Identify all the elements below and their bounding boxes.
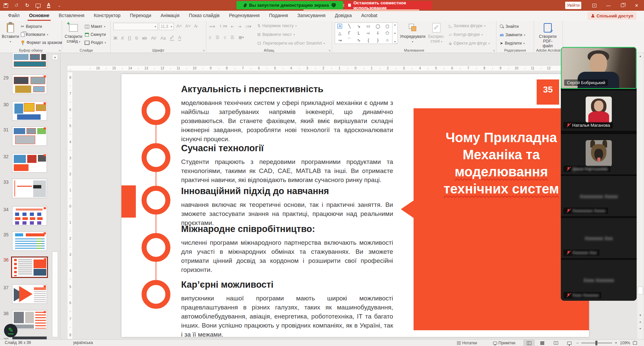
- arrange-button[interactable]: Упорядкувати▾: [400, 22, 425, 44]
- font-grow-shrink[interactable]: A˄A˅A̷: [176, 23, 197, 28]
- comments-button[interactable]: Примітки: [493, 340, 515, 346]
- slide-thumbnail[interactable]: [12, 53, 47, 68]
- thumbnail-scrollbar-thumb[interactable]: [52, 251, 58, 337]
- main-scrollbar[interactable]: ▲ ▼ ⏶ ⏷: [637, 53, 643, 339]
- section-body[interactable]: навчання включає як теоретичні основи, т…: [181, 200, 393, 227]
- ribbon-tab[interactable]: Вставлення: [54, 11, 89, 21]
- slide-thumbnail[interactable]: [12, 310, 47, 330]
- textbox-shape-icon[interactable]: А: [337, 24, 342, 28]
- copy-button[interactable]: Копіювати ▾: [21, 31, 62, 38]
- reset-button[interactable]: Скинути: [85, 31, 106, 38]
- align-buttons[interactable]: Ⲷ☰Ⲷ☰▦▾: [209, 35, 244, 40]
- gallery-up-icon[interactable]: ▲: [394, 23, 396, 26]
- section-heading[interactable]: Сучасні технології: [181, 143, 264, 154]
- right-brace-shape-icon[interactable]: }: [377, 38, 378, 43]
- shape-effects-button[interactable]: ⬙Ефекти для фігур ▾: [449, 40, 490, 47]
- slide-thumbnail-row[interactable]: 37: [0, 284, 60, 304]
- shapes-gallery[interactable]: А ╲ ↘ ▭ ◯ ▢ △ Γ L ⇨ ⇩ ⬠ ↝ ⌒ ∿ { } ☆ ▲: [335, 22, 398, 44]
- section-body[interactable]: випускники нашої програми мають широкі м…: [181, 294, 393, 339]
- scroll-up-icon[interactable]: ▲: [52, 54, 58, 60]
- ribbon-tab[interactable]: Файл: [3, 11, 24, 21]
- zoom-out-icon[interactable]: −: [576, 341, 579, 345]
- ribbon-tab[interactable]: Записування: [293, 11, 330, 21]
- slide-thumbnail[interactable]: [12, 206, 47, 226]
- slide[interactable]: Актуальність і перспективність моделюван…: [121, 74, 589, 337]
- slide-counter[interactable]: Слайд 36 з 39: [5, 340, 31, 345]
- section-body[interactable]: моделювання технічних систем у сфері при…: [181, 98, 393, 143]
- participant-tile[interactable]: Хххх Ххххххх Хххх Ххххххх: [561, 260, 637, 301]
- section-button[interactable]: Розділ ▾: [85, 39, 106, 46]
- next-slide-icon[interactable]: ⏷: [638, 326, 643, 332]
- left-brace-shape-icon[interactable]: {: [368, 38, 369, 43]
- thumbnail-scrollbar[interactable]: ▲: [52, 54, 58, 338]
- rectangle-shape-icon[interactable]: ▭: [366, 24, 370, 28]
- pentagon-shape-icon[interactable]: ⬠: [386, 31, 389, 36]
- paste-button[interactable]: Вставити▾: [1, 22, 20, 44]
- previous-slide-icon[interactable]: ⏶: [638, 320, 643, 325]
- font-size-combo[interactable]: 11.3▾: [159, 23, 174, 30]
- arc-shape-icon[interactable]: ⌒: [347, 37, 351, 43]
- slide-thumbnail[interactable]: [12, 153, 47, 173]
- format-painter-button[interactable]: Формат за зразком: [21, 39, 62, 46]
- rounded-rect-shape-icon[interactable]: ▢: [385, 24, 389, 28]
- ribbon-tab[interactable]: Довідка: [330, 11, 356, 21]
- annotation-pencil-button[interactable]: ✎: [4, 324, 17, 337]
- section-heading[interactable]: Міжнародне співробітництво:: [181, 224, 315, 234]
- close-button[interactable]: ✕: [630, 0, 643, 11]
- paragraph-dialog-launcher[interactable]: ↘: [328, 49, 331, 52]
- zoom-slider-handle[interactable]: [595, 341, 597, 345]
- shape-fill-button[interactable]: ◺Заливка фігури ▾: [449, 22, 490, 30]
- ribbon-tab[interactable]: Рецензування: [224, 11, 264, 21]
- slide-thumbnail[interactable]: [12, 74, 47, 94]
- slide-thumbnail-row[interactable]: 34: [0, 206, 60, 226]
- smartart-button[interactable]: ⮔Перетворити на об'єкт SmartArt ▾: [257, 40, 325, 47]
- slide-thumbnail-row[interactable]: 35: [0, 231, 60, 251]
- gallery-more-icon[interactable]: ▼̲: [394, 41, 396, 43]
- select-button[interactable]: ➤Виділити ▾: [500, 40, 525, 47]
- clipboard-dialog-launcher[interactable]: ↘: [58, 49, 61, 52]
- signin-button[interactable]: Увійти: [565, 2, 581, 9]
- ribbon-tab[interactable]: Подання: [264, 11, 293, 21]
- curve-shape-icon[interactable]: ∿: [357, 38, 361, 43]
- ribbon-display-options-button[interactable]: ˄: [588, 0, 601, 11]
- slide-thumbnail[interactable]: [12, 126, 47, 146]
- font-name-combo[interactable]: ▾: [113, 23, 158, 30]
- replace-button[interactable]: abЗамінити ▾: [500, 31, 525, 39]
- language-indicator[interactable]: українська: [73, 340, 93, 345]
- share-access-button[interactable]: Спільний доступ: [588, 12, 637, 20]
- slide-thumbnail-row[interactable]: [0, 53, 60, 73]
- slideshow-view-button[interactable]: [564, 340, 575, 346]
- gallery-down-icon[interactable]: ▼: [394, 32, 396, 35]
- triangle-shape-icon[interactable]: △: [338, 31, 341, 36]
- scribble-shape-icon[interactable]: ↝: [338, 38, 341, 43]
- font-style-buttons[interactable]: Ж К П S ab AV Aa 🖉 A: [113, 35, 181, 41]
- layout-button[interactable]: Макет ▾: [85, 23, 106, 30]
- create-pdf-button[interactable]: Створити PDF-файл: [538, 22, 557, 48]
- list-buttons[interactable]: ≔▾⒈≡▾⇤⇥↕≡▾: [209, 23, 251, 29]
- restore-button[interactable]: [616, 0, 629, 11]
- slide-thumbnail-row[interactable]: 31: [0, 126, 60, 147]
- zoom-percentage[interactable]: 109%: [620, 341, 630, 345]
- find-button[interactable]: Знайти: [500, 23, 525, 30]
- participant-tile[interactable]: Даша Картышева Даша Картышева: [561, 134, 637, 174]
- section-body[interactable]: численні програми міжнародного партнерст…: [181, 238, 393, 274]
- drawing-dialog-launcher[interactable]: ↘: [492, 49, 495, 52]
- participant-tile[interactable]: Ххххххххх Ххххх Ххххххххх Ххххх: [561, 176, 637, 216]
- slide-sorter-view-button[interactable]: [537, 340, 548, 346]
- slide-thumbnail[interactable]: [12, 101, 47, 121]
- elbow2-shape-icon[interactable]: L: [358, 31, 360, 36]
- notes-button[interactable]: Нотатки: [457, 340, 477, 346]
- elbow-shape-icon[interactable]: Γ: [348, 31, 351, 36]
- scrollbar-thumb[interactable]: [638, 287, 643, 294]
- oval-shape-icon[interactable]: ◯: [376, 24, 380, 28]
- stop-share-button[interactable]: Остановить совместное использование: [344, 1, 432, 9]
- fit-slide-icon[interactable]: [633, 341, 637, 345]
- normal-view-button[interactable]: [523, 340, 535, 346]
- slide-thumbnail[interactable]: [12, 336, 47, 339]
- section-heading[interactable]: Інноваційний підхід до навчання: [181, 186, 329, 196]
- font-dialog-launcher[interactable]: ↘: [202, 49, 205, 52]
- cut-button[interactable]: ✂Вирізати: [21, 23, 62, 30]
- participant-tile[interactable]: Ххххххх Ххх Ххххххх Ххх: [561, 218, 637, 258]
- slide-thumbnail[interactable]: [12, 284, 47, 304]
- quick-styles-button[interactable]: Експрес-стилі ▾: [426, 22, 447, 44]
